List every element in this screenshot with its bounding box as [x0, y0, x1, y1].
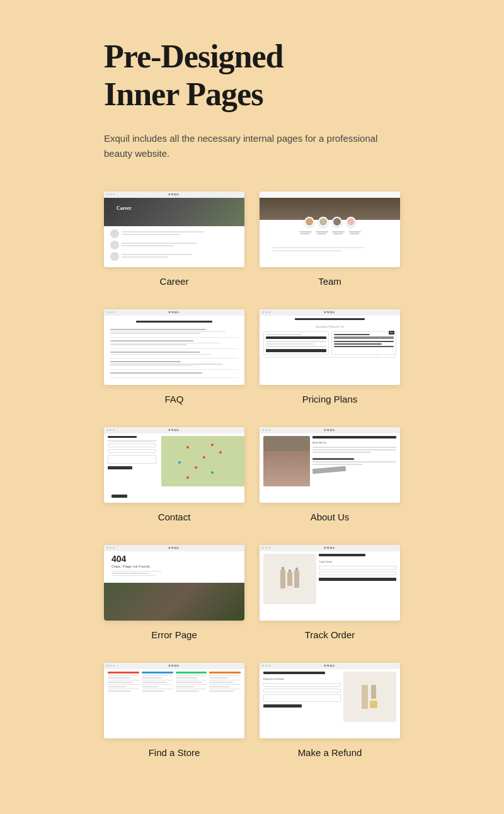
thumbnail-contact-label: Contact [158, 512, 191, 522]
mock-logo-faq: ENQL [168, 311, 180, 314]
thumbnail-team[interactable]: ENQL [260, 192, 400, 267]
career-mock-title: Career [117, 205, 132, 211]
thumbnail-track-order[interactable]: ENQL Track Order [260, 545, 400, 621]
mock-logo-track: ENQL [324, 546, 335, 549]
thumbnail-faq-label: FAQ [164, 394, 183, 404]
page-title: Pre-Designed Inner Pages [104, 38, 400, 113]
grid-item-career[interactable]: ENQL Career [104, 192, 244, 287]
mock-logo-refund: ENQL [324, 664, 335, 667]
thumbnail-contact[interactable]: ENQL [104, 427, 244, 503]
thumbnail-error-page[interactable]: ENQL 404 Oops, Page not Found. [104, 545, 244, 621]
pricing-extra-row [260, 357, 400, 358]
contact-submit-btn [112, 495, 127, 498]
pages-grid: ENQL Career [104, 192, 400, 758]
mock-logo-pricing: ENQL [324, 311, 335, 314]
thumbnail-find-store[interactable]: ENQL [104, 663, 244, 738]
thumbnail-about-label: About Us [311, 512, 350, 522]
grid-item-track-order[interactable]: ENQL Track Order [260, 545, 400, 640]
grid-item-pricing-plans[interactable]: ENQL Transparent Plans for You [260, 309, 400, 404]
thumbnail-refund-label: Make a Refund [298, 747, 362, 758]
mock-logo: ENQL [168, 193, 180, 196]
about-subtitle: What We Do [312, 441, 396, 444]
thumbnail-store-label: Find a Store [149, 747, 200, 758]
mock-logo-store: ENQL [168, 664, 180, 667]
grid-item-about-us[interactable]: ENQL What We Do [260, 427, 400, 522]
grid-item-team[interactable]: ENQL [260, 192, 400, 287]
error-404-text: 404 [112, 554, 162, 564]
thumbnail-career-label: Career [160, 276, 189, 287]
pricing-subtitle: Transparent Plans for You [260, 325, 400, 328]
thumbnail-team-label: Team [318, 276, 341, 287]
mock-logo-contact: ENQL [168, 428, 180, 432]
track-subtitle: Track Order [319, 560, 396, 563]
thumbnail-make-refund[interactable]: ENQL Request a Refund [260, 663, 400, 738]
featured-badge: Best [389, 331, 394, 335]
thumbnail-faq[interactable]: ENQL [104, 309, 244, 385]
thumbnail-about-us[interactable]: ENQL What We Do [260, 427, 400, 503]
thumbnail-pricing-label: Pricing Plans [302, 394, 358, 404]
mock-logo-error: ENQL [168, 546, 180, 549]
error-msg-text: Oops, Page not Found. [112, 565, 162, 568]
thumbnail-track-label: Track Order [305, 629, 355, 640]
grid-item-find-store[interactable]: ENQL [104, 663, 244, 758]
grid-item-error-page[interactable]: ENQL 404 Oops, Page not Found. Error Pag… [104, 545, 244, 640]
grid-item-make-refund[interactable]: ENQL Request a Refund [260, 663, 400, 758]
mock-logo-about: ENQL [324, 428, 335, 432]
thumbnail-pricing-plans[interactable]: ENQL Transparent Plans for You [260, 309, 400, 385]
refund-subtitle: Request a Refund [263, 677, 341, 680]
grid-item-contact[interactable]: ENQL [104, 427, 244, 522]
grid-item-faq[interactable]: ENQL [104, 309, 244, 404]
page-description: Exquil includes all the necessary intern… [104, 131, 400, 161]
thumbnail-error-label: Error Page [151, 629, 197, 640]
thumbnail-career[interactable]: ENQL Career [104, 192, 244, 267]
